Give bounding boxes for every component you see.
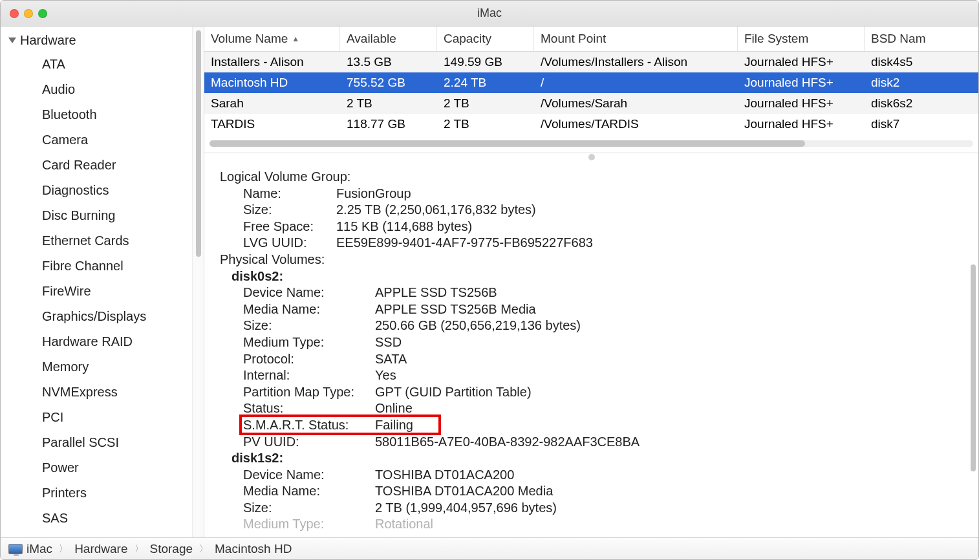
column-available[interactable]: Available	[340, 27, 437, 51]
chevron-right-icon: 〉	[56, 543, 70, 555]
sidebar-item-firewire[interactable]: FireWire	[1, 279, 192, 304]
close-button[interactable]	[10, 9, 19, 18]
sidebar-item-nvmexpress[interactable]: NVMExpress	[1, 380, 192, 405]
sidebar-item-hardware-raid[interactable]: Hardware RAID	[1, 329, 192, 354]
sidebar-item-memory[interactable]: Memory	[1, 354, 192, 380]
sidebar-item-sas[interactable]: SAS	[1, 506, 192, 531]
table-hscroll[interactable]	[204, 135, 978, 153]
breadcrumb-imac[interactable]: iMac	[27, 542, 52, 556]
details-pane[interactable]: Logical Volume Group: Name:FusionGroup S…	[204, 161, 978, 537]
sidebar-item-diagnostics[interactable]: Diagnostics	[1, 178, 192, 203]
sidebar-item-power[interactable]: Power	[1, 455, 192, 480]
sidebar: Hardware ATAAudioBluetoothCameraCard Rea…	[1, 27, 204, 537]
traffic-lights	[1, 9, 47, 18]
sidebar-item-printers[interactable]: Printers	[1, 480, 192, 506]
sidebar-item-camera[interactable]: Camera	[1, 127, 192, 153]
table-header: Volume Name▲ Available Capacity Mount Po…	[204, 27, 978, 52]
pane-separator[interactable]	[204, 153, 978, 161]
smart-status-label: S.M.A.R.T. Status:	[220, 417, 375, 434]
disclosure-triangle-icon	[8, 38, 16, 43]
table-body: Installers - Alison13.5 GB149.59 GB/Volu…	[204, 52, 978, 135]
sidebar-list[interactable]: Hardware ATAAudioBluetoothCameraCard Rea…	[1, 27, 192, 537]
sidebar-item-parallel-scsi[interactable]: Parallel SCSI	[1, 430, 192, 455]
drag-handle-icon	[588, 154, 595, 160]
breadcrumb-storage[interactable]: Storage	[150, 542, 193, 556]
smart-status-value: Failing	[375, 417, 413, 434]
disk0-label: disk0s2:	[220, 268, 978, 285]
chevron-right-icon: 〉	[197, 543, 211, 555]
imac-icon	[8, 544, 23, 554]
pv-header: Physical Volumes:	[220, 252, 978, 268]
hscroll-track	[210, 140, 973, 147]
hscroll-thumb[interactable]	[210, 140, 805, 147]
sidebar-item-fibre-channel[interactable]: Fibre Channel	[1, 253, 192, 279]
window-body: Hardware ATAAudioBluetoothCameraCard Rea…	[1, 27, 978, 537]
disk1-label: disk1s2:	[220, 450, 978, 467]
column-mount-point[interactable]: Mount Point	[534, 27, 738, 51]
main-pane: Volume Name▲ Available Capacity Mount Po…	[204, 27, 978, 537]
table-row[interactable]: Macintosh HD755.52 GB2.24 TB/Journaled H…	[204, 72, 978, 93]
column-file-system[interactable]: File System	[738, 27, 865, 51]
zoom-button[interactable]	[38, 9, 47, 18]
sidebar-item-graphics-displays[interactable]: Graphics/Displays	[1, 304, 192, 329]
sidebar-item-ata[interactable]: ATA	[1, 52, 192, 77]
sidebar-item-audio[interactable]: Audio	[1, 77, 192, 102]
column-volume-name[interactable]: Volume Name▲	[204, 27, 340, 51]
sidebar-item-ethernet-cards[interactable]: Ethernet Cards	[1, 228, 192, 253]
sidebar-item-pci[interactable]: PCI	[1, 405, 192, 430]
sidebar-section-hardware[interactable]: Hardware	[1, 29, 192, 52]
lvg-header: Logical Volume Group:	[220, 169, 978, 186]
breadcrumb-hardware[interactable]: Hardware	[74, 542, 127, 556]
volumes-table: Volume Name▲ Available Capacity Mount Po…	[204, 27, 978, 153]
sidebar-item-sata-sata-express[interactable]: SATA/SATA Express	[1, 531, 192, 537]
sidebar-item-card-reader[interactable]: Card Reader	[1, 153, 192, 178]
path-bar: iMac 〉 Hardware 〉 Storage 〉 Macintosh HD	[1, 537, 978, 559]
titlebar[interactable]: iMac	[1, 1, 978, 27]
minimize-button[interactable]	[24, 9, 33, 18]
chevron-right-icon: 〉	[132, 543, 146, 555]
details-scrollbar-thumb[interactable]	[971, 264, 976, 471]
breadcrumb-macintosh-hd[interactable]: Macintosh HD	[215, 542, 292, 556]
sidebar-item-disc-burning[interactable]: Disc Burning	[1, 203, 192, 228]
system-info-window: iMac Hardware ATAAudioBluetoothCameraCar…	[0, 0, 979, 560]
column-capacity[interactable]: Capacity	[437, 27, 534, 51]
table-row[interactable]: TARDIS118.77 GB2 TB/Volumes/TARDISJourna…	[204, 114, 978, 135]
scrollbar-thumb[interactable]	[196, 30, 201, 257]
sidebar-item-bluetooth[interactable]: Bluetooth	[1, 102, 192, 127]
sidebar-header-label: Hardware	[20, 33, 76, 48]
sidebar-scrollbar[interactable]	[192, 27, 204, 537]
column-bsd-name[interactable]: BSD Nam	[865, 27, 978, 51]
sort-indicator-icon: ▲	[292, 34, 299, 43]
table-row[interactable]: Sarah2 TB2 TB/Volumes/SarahJournaled HFS…	[204, 93, 978, 114]
table-row[interactable]: Installers - Alison13.5 GB149.59 GB/Volu…	[204, 52, 978, 72]
window-title: iMac	[1, 6, 978, 20]
